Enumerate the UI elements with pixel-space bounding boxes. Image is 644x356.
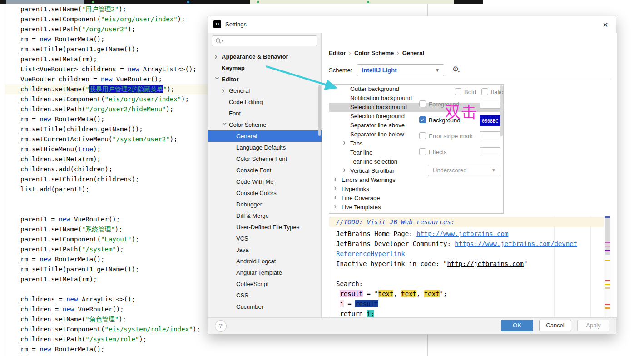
option-popups-and-hints[interactable]: ❯Popups and Hints xyxy=(329,212,503,214)
chevron-collapsed-icon[interactable]: ❯ xyxy=(343,165,348,175)
breadcrumb-item-general[interactable]: General xyxy=(402,50,424,56)
chevron-collapsed-icon[interactable]: ❯ xyxy=(334,193,339,202)
sidebar-item-console-colors[interactable]: Console Colors xyxy=(208,187,322,199)
chevron-collapsed-icon[interactable]: ❯ xyxy=(334,184,339,193)
option-label: Line Coverage xyxy=(342,194,380,203)
scheme-label: Scheme: xyxy=(329,67,352,74)
chevron-expanded-icon[interactable]: ❯ xyxy=(212,77,223,82)
sidebar-item-diff-merge[interactable]: Diff & Merge xyxy=(208,210,322,221)
sidebar-item-editor[interactable]: ❯Editor xyxy=(208,74,322,85)
option-tear-line[interactable]: Tear line xyxy=(329,148,503,157)
sidebar-item-general[interactable]: ❯General xyxy=(208,85,322,96)
option-hyperlinks[interactable]: ❯Hyperlinks xyxy=(329,185,503,194)
sidebar-item-label: User-Defined File Types xyxy=(236,221,299,233)
sidebar-item-appearance-behavior[interactable]: ❯Appearance & Behavior xyxy=(208,51,322,62)
sidebar-item-angular-template[interactable]: Angular Template xyxy=(208,267,322,278)
sidebar-item-color-scheme[interactable]: ❯Color Scheme xyxy=(208,119,322,130)
sidebar-item-code-with-me[interactable]: Code With Me xyxy=(208,176,322,187)
sidebar-item-label: Android Logcat xyxy=(236,256,276,267)
foreground-color-swatch[interactable] xyxy=(480,100,500,109)
option-label: Errors and Warnings xyxy=(342,175,396,185)
option-separator-line-below[interactable]: Separator line below xyxy=(329,130,503,139)
text-token: "eis/org/user/index" xyxy=(101,15,178,23)
stripe-mark xyxy=(605,284,610,285)
option-line-coverage[interactable]: ❯Line Coverage xyxy=(329,194,503,203)
apply-button[interactable]: Apply xyxy=(577,320,609,331)
text-token: , xyxy=(416,290,424,297)
file-icon xyxy=(257,1,259,3)
stripe-mark xyxy=(605,287,610,289)
chevron-expanded-icon[interactable]: ❯ xyxy=(219,122,230,128)
text-token: "系统管理" xyxy=(82,226,115,233)
sidebar-item-keymap[interactable]: Keymap xyxy=(208,62,322,74)
sidebar-item-android-logcat[interactable]: Android Logcat xyxy=(208,256,322,267)
text-token: .setHideMenu( xyxy=(28,145,78,153)
error-stripe-mark-checkbox[interactable] xyxy=(419,132,426,139)
ok-button[interactable]: OK xyxy=(501,320,533,331)
code-line[interactable]: children.setPath("/system/role"); xyxy=(5,334,443,344)
cancel-button[interactable]: Cancel xyxy=(539,320,571,331)
sidebar-item-language-defaults[interactable]: Language Defaults xyxy=(208,142,322,153)
sidebar-item-console-font[interactable]: Console Font xyxy=(208,165,322,176)
text-token: JetBrains Home Page: xyxy=(336,230,416,237)
sidebar-scrollbar[interactable] xyxy=(318,85,321,136)
sidebar-item-debugger[interactable]: Debugger xyxy=(208,199,322,210)
text-token: rm xyxy=(20,266,28,273)
gear-icon[interactable]: ⚙▾ xyxy=(452,65,464,76)
effects-checkbox[interactable] xyxy=(419,148,426,155)
code-line[interactable]: parent1.setName("用户管理2"); xyxy=(5,4,443,14)
sidebar-item-user-defined-file-types[interactable]: User-Defined File Types xyxy=(208,221,322,233)
chevron-collapsed-icon[interactable]: ❯ xyxy=(343,138,348,147)
text-token: rm xyxy=(20,145,28,153)
sidebar-item-font[interactable]: Font xyxy=(208,108,322,119)
effect-style-value: Underscored xyxy=(433,167,466,174)
sidebar-item-general[interactable]: General xyxy=(208,130,322,142)
bold-checkbox[interactable] xyxy=(455,88,461,95)
italic-checkbox[interactable] xyxy=(481,88,488,95)
chevron-collapsed-icon[interactable]: ❯ xyxy=(214,51,220,62)
sidebar-item-code-editing[interactable]: Code Editing xyxy=(208,96,322,108)
text-token: ); xyxy=(139,336,147,343)
sidebar-item-java[interactable]: Java xyxy=(208,244,322,256)
chevron-collapsed-icon[interactable]: ❯ xyxy=(334,202,339,211)
option-errors-and-warnings[interactable]: ❯Errors and Warnings xyxy=(329,175,503,185)
sidebar-item-label: General xyxy=(236,130,257,142)
chevron-collapsed-icon[interactable]: ❯ xyxy=(334,211,339,214)
chevron-collapsed-icon[interactable]: ❯ xyxy=(222,85,227,96)
breadcrumb-item-color-scheme[interactable]: Color Scheme xyxy=(354,50,394,56)
text-token: ); xyxy=(128,25,135,33)
sidebar-item-vcs[interactable]: VCS xyxy=(208,233,322,244)
code-line[interactable]: rm = new RouterMeta(); xyxy=(5,344,443,354)
error-stripe[interactable] xyxy=(604,216,611,322)
option-gutter-background[interactable]: Gutter background xyxy=(329,85,503,94)
file-icon xyxy=(187,1,189,3)
sidebar-item-color-scheme-font[interactable]: Color Scheme Font xyxy=(208,153,322,165)
help-button[interactable]: ? xyxy=(215,320,227,332)
text-token: new xyxy=(101,75,112,83)
text-token: rm xyxy=(85,155,93,163)
background-checkbox[interactable]: ✓ xyxy=(419,116,426,123)
preview-line: JetBrains Home Page: http://www.jetbrain… xyxy=(329,229,604,239)
effects-color-swatch[interactable] xyxy=(480,147,500,156)
option-notification-background[interactable]: Notification background xyxy=(329,94,503,103)
close-icon[interactable]: ✕ xyxy=(599,19,612,31)
text-token: = xyxy=(28,115,40,123)
sidebar-item-coffeescript[interactable]: CoffeeScript xyxy=(208,278,322,290)
text-token: childrens xyxy=(20,165,55,173)
effect-style-dropdown[interactable]: Underscored ▼ xyxy=(428,165,500,176)
scheme-dropdown[interactable]: IntelliJ Light ▼ xyxy=(357,64,444,76)
text-token: parent1 xyxy=(20,216,47,223)
option-live-templates[interactable]: ❯Live Templates xyxy=(329,203,503,212)
option-tabs[interactable]: ❯Tabs xyxy=(329,139,503,148)
breadcrumb-item-editor[interactable]: Editor xyxy=(329,50,346,56)
background-color-swatch[interactable]: 0608BC xyxy=(480,115,500,126)
option-label: Separator line above xyxy=(350,121,405,130)
foreground-checkbox[interactable] xyxy=(419,100,426,107)
dialog-titlebar[interactable]: IJ Settings ✕ xyxy=(208,16,616,33)
sidebar-item-css[interactable]: CSS xyxy=(208,290,322,301)
settings-search-input[interactable] xyxy=(212,35,317,46)
error-stripe-mark-color-swatch[interactable] xyxy=(480,131,500,140)
chevron-collapsed-icon[interactable]: ❯ xyxy=(334,175,339,184)
sidebar-item-cucumber[interactable]: Cucumber xyxy=(208,301,322,312)
preview-scrollbar-thumb[interactable] xyxy=(605,216,610,255)
